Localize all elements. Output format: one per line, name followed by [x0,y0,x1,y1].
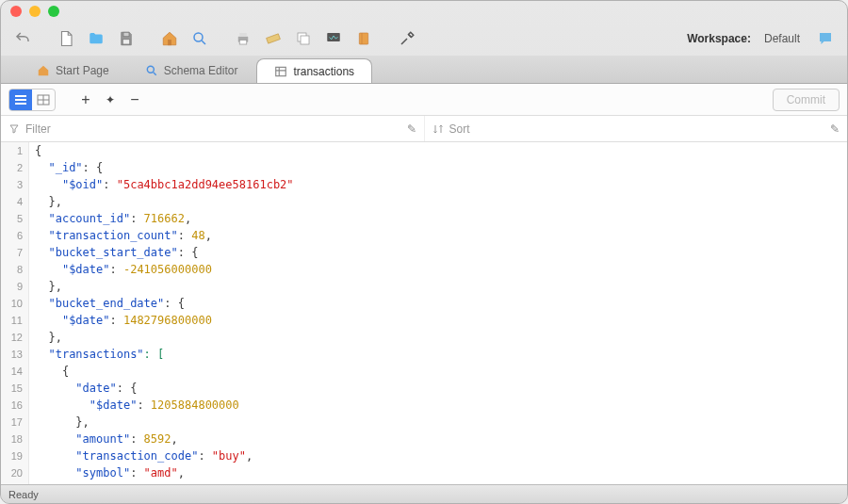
tab-start-page[interactable]: Start Page [20,58,126,83]
svg-rect-10 [327,33,340,41]
filter-input[interactable]: Filter ✎ [1,116,425,141]
code-line[interactable]: "transaction_code": "buy", [35,447,841,464]
line-number[interactable]: 17 [1,414,28,431]
line-number[interactable]: 4 [1,193,28,210]
search-button[interactable] [188,26,212,51]
svg-rect-18 [15,99,26,101]
code-line[interactable]: "amount": 8592, [35,431,841,447]
tab-schema-editor[interactable]: Schema Editor [128,58,255,83]
svg-rect-7 [267,34,281,43]
code-line[interactable]: }, [35,193,841,210]
table-view-button[interactable] [32,89,55,110]
new-file-button[interactable] [54,26,78,51]
ruler-button[interactable] [261,26,285,51]
code-line[interactable]: }, [35,414,841,431]
code-line[interactable]: "symbol": "amd", [35,464,841,481]
code-line[interactable]: "transactions": [ [35,346,841,363]
svg-rect-14 [276,67,286,75]
sort-icon [432,123,444,135]
tab-transactions[interactable]: transactions [256,58,372,83]
zoom-button[interactable] [48,6,59,17]
line-number[interactable]: 18 [1,431,28,447]
svg-point-3 [194,33,203,41]
workspace-label: Workspace: [687,32,751,45]
line-number[interactable]: 16 [1,397,28,414]
line-number[interactable]: 20 [1,464,28,481]
code-line[interactable]: "bucket_start_date": { [35,244,841,261]
view-toggle [8,89,56,111]
line-number[interactable]: 11 [1,312,28,329]
sort-input[interactable]: Sort ✎ [425,116,848,141]
table-icon [274,65,287,78]
add-button[interactable]: + [76,90,95,109]
save-button[interactable] [114,26,139,51]
code-content[interactable]: { "_id": { "$oid": "5ca4bbc1a2dd94ee5816… [29,142,847,484]
code-line[interactable]: "date": { [35,380,841,397]
code-line[interactable]: "$date": 1482796800000 [35,312,841,329]
svg-rect-6 [239,41,247,45]
main-toolbar: Workspace: Default [1,22,847,56]
code-line[interactable]: { [35,142,841,159]
code-line[interactable]: "$date": -241056000000 [35,261,841,278]
line-number[interactable]: 2 [1,159,28,176]
code-line[interactable]: "$date": 1205884800000 [35,397,841,414]
svg-rect-5 [239,33,247,37]
code-line[interactable]: }, [35,329,841,346]
svg-point-13 [147,66,154,73]
eyedropper-button[interactable] [395,26,419,51]
edit-sort-icon[interactable]: ✎ [830,122,840,136]
svg-rect-9 [301,36,309,44]
line-number[interactable]: 10 [1,295,28,312]
print-button[interactable] [231,26,255,51]
json-view-button[interactable] [9,89,32,110]
workspace-value[interactable]: Default [764,32,800,45]
line-number[interactable]: 13 [1,346,28,363]
line-number[interactable]: 15 [1,380,28,397]
monitor-button[interactable] [321,26,346,51]
filter-icon [8,123,20,135]
home-icon [37,64,50,77]
code-line[interactable]: "account_id": 716662, [35,210,841,227]
code-line[interactable]: "transaction_count": 48, [35,227,841,244]
code-line[interactable]: { [35,363,841,380]
svg-rect-2 [169,41,171,45]
line-gutter: 1234567891011121314151617181920 [1,142,29,484]
sub-toolbar: + ✦ − Commit [1,84,847,116]
svg-rect-19 [15,103,26,105]
minimize-button[interactable] [29,6,41,17]
svg-rect-17 [15,95,26,97]
titlebar [1,1,847,22]
undo-button[interactable] [10,26,35,51]
edit-filter-icon[interactable]: ✎ [407,122,416,136]
notebook-button[interactable] [351,26,376,51]
sort-placeholder: Sort [449,122,470,136]
open-folder-button[interactable] [84,26,108,51]
line-number[interactable]: 5 [1,210,28,227]
svg-rect-0 [123,32,129,37]
line-number[interactable]: 9 [1,278,28,295]
code-line[interactable]: "$oid": "5ca4bbc1a2dd94ee58161cb2" [35,176,841,193]
code-line[interactable]: "_id": { [35,159,841,176]
filter-row: Filter ✎ Sort ✎ [1,116,847,142]
close-button[interactable] [10,6,22,17]
code-line[interactable]: "bucket_end_date": { [35,295,841,312]
line-number[interactable]: 7 [1,244,28,261]
home-button[interactable] [157,26,182,51]
tab-bar: Start PageSchema Editortransactions [1,56,847,84]
svg-rect-1 [122,40,130,44]
windows-button[interactable] [291,26,316,51]
line-number[interactable]: 14 [1,363,28,380]
filter-placeholder: Filter [25,122,51,136]
remove-button[interactable]: − [125,90,144,109]
editor-area: 1234567891011121314151617181920 { "_id":… [1,142,847,484]
commit-button[interactable]: Commit [773,89,840,111]
line-number[interactable]: 3 [1,176,28,193]
line-number[interactable]: 6 [1,227,28,244]
code-line[interactable]: }, [35,278,841,295]
line-number[interactable]: 12 [1,329,28,346]
line-number[interactable]: 8 [1,261,28,278]
chat-button[interactable] [813,26,838,51]
add-field-button[interactable]: ✦ [101,90,120,109]
line-number[interactable]: 1 [1,142,28,159]
line-number[interactable]: 19 [1,447,28,464]
